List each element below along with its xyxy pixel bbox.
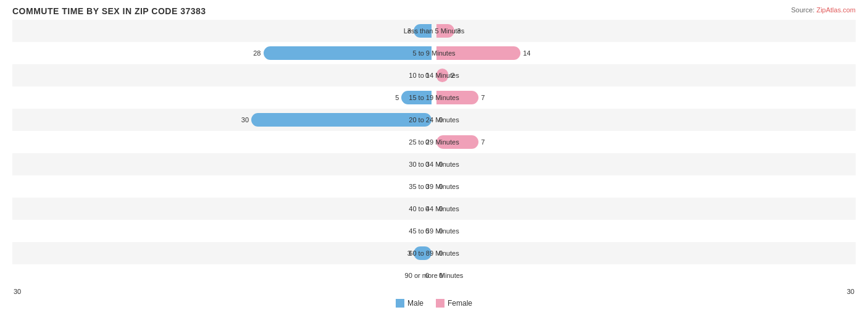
axis-max-label: 30 — [847, 288, 854, 295]
bar-row: 040 to 44 Minutes0 — [12, 198, 856, 220]
male-value: 0 — [417, 205, 429, 212]
right-section: 0 — [434, 175, 856, 198]
right-section: 14 — [434, 42, 856, 64]
female-value: 7 — [481, 94, 493, 101]
male-value: 3 — [399, 250, 411, 257]
axis-labels: 30 30 — [12, 288, 856, 295]
left-section: 0 — [12, 153, 434, 175]
bar-row: 3Less than 5 Minutes3 — [12, 20, 856, 42]
female-bar — [436, 69, 448, 82]
left-section: 0 — [12, 220, 434, 242]
chart-container: COMMUTE TIME BY SEX IN ZIP CODE 37383 So… — [0, 0, 868, 323]
axis-min-label: 30 — [14, 288, 21, 295]
left-section: 0 — [12, 64, 434, 86]
male-value: 30 — [236, 116, 249, 124]
female-bar — [436, 135, 478, 149]
female-value: 0 — [439, 250, 451, 257]
left-section: 0 — [12, 175, 434, 198]
left-section: 28 — [12, 42, 434, 64]
right-section: 0 — [434, 109, 856, 131]
female-value: 2 — [451, 72, 463, 79]
source-label: Source: ZipAtlas.com — [791, 6, 856, 14]
chart-title: COMMUTE TIME BY SEX IN ZIP CODE 37383 — [12, 6, 856, 16]
male-value: 0 — [417, 161, 429, 168]
right-section: 7 — [434, 86, 856, 109]
left-section: 3 — [12, 242, 434, 264]
female-value: 0 — [439, 272, 451, 279]
right-section: 0 — [434, 264, 856, 287]
source-site: ZipAtlas.com — [816, 6, 856, 14]
male-label: Male — [407, 299, 424, 308]
bar-row: 025 to 29 Minutes7 — [12, 131, 856, 153]
male-value: 5 — [386, 94, 399, 101]
male-value: 0 — [417, 72, 429, 79]
male-value: 3 — [399, 27, 411, 35]
left-section: 5 — [12, 86, 434, 109]
female-value: 14 — [523, 49, 535, 57]
female-label: Female — [448, 299, 472, 308]
left-section: 3 — [12, 20, 434, 42]
female-bar — [436, 46, 520, 60]
left-section: 30 — [12, 109, 434, 131]
male-value: 0 — [417, 227, 429, 235]
right-section: 0 — [434, 153, 856, 175]
female-value: 3 — [457, 27, 469, 35]
female-value: 0 — [439, 183, 451, 190]
left-section: 0 — [12, 131, 434, 153]
female-bar — [436, 24, 454, 38]
male-bar — [264, 46, 432, 60]
female-value: 7 — [481, 138, 493, 146]
male-value: 0 — [417, 138, 429, 146]
female-value: 0 — [439, 116, 451, 124]
male-bar — [414, 246, 432, 260]
bar-row: 010 to 14 Minutes2 — [12, 64, 856, 86]
male-color-box — [396, 299, 404, 308]
bars-area: 3Less than 5 Minutes3285 to 9 Minutes140… — [12, 20, 856, 287]
right-section: 7 — [434, 131, 856, 153]
right-section: 0 — [434, 220, 856, 242]
right-section: 3 — [434, 20, 856, 42]
bar-row: 515 to 19 Minutes7 — [12, 86, 856, 109]
male-bar — [401, 91, 432, 104]
left-section: 0 — [12, 264, 434, 287]
male-value: 0 — [417, 183, 429, 190]
female-value: 0 — [439, 205, 451, 212]
bar-row: 285 to 9 Minutes14 — [12, 42, 856, 64]
left-section: 0 — [12, 198, 434, 220]
male-value: 0 — [417, 272, 429, 279]
female-bar — [436, 91, 478, 104]
bar-row: 360 to 89 Minutes0 — [12, 242, 856, 264]
right-section: 2 — [434, 64, 856, 86]
bar-row: 045 to 59 Minutes0 — [12, 220, 856, 242]
female-color-box — [436, 299, 444, 308]
bar-row: 3020 to 24 Minutes0 — [12, 109, 856, 131]
right-section: 0 — [434, 242, 856, 264]
bar-row: 030 to 34 Minutes0 — [12, 153, 856, 175]
right-section: 0 — [434, 198, 856, 220]
female-value: 0 — [439, 161, 451, 168]
male-bar — [414, 24, 432, 38]
male-bar — [251, 113, 432, 127]
bar-row: 090 or more Minutes0 — [12, 264, 856, 287]
male-value: 28 — [249, 49, 261, 57]
legend: Male Female — [12, 299, 856, 308]
legend-female: Female — [436, 299, 472, 308]
legend-male: Male — [396, 299, 424, 308]
female-value: 0 — [439, 227, 451, 235]
bar-row: 035 to 39 Minutes0 — [12, 175, 856, 198]
